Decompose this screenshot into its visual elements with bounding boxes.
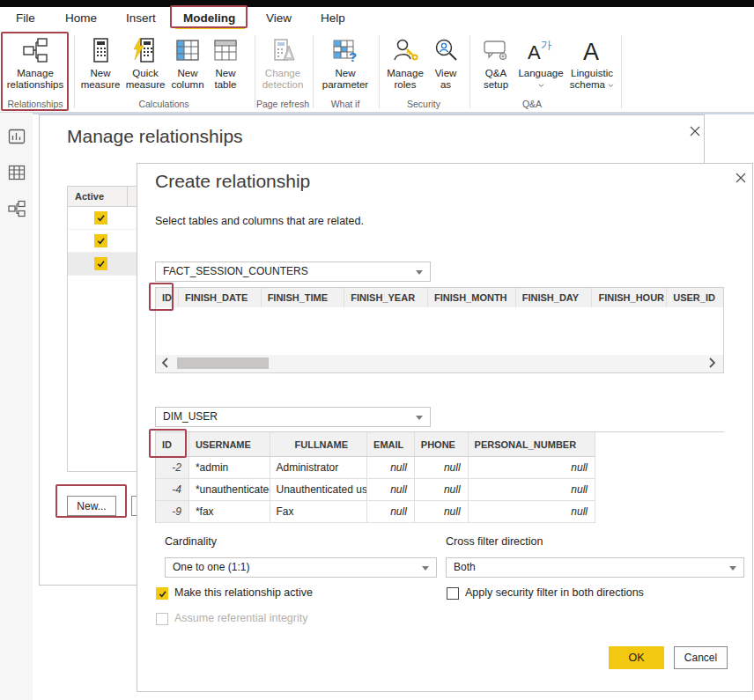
create-relationship-dialog: Create relationship Select tables and co… bbox=[137, 163, 753, 692]
column-header[interactable]: ID bbox=[156, 432, 189, 456]
report-view-icon[interactable] bbox=[8, 128, 26, 145]
scroll-left-icon[interactable] bbox=[159, 357, 174, 371]
new-relationship-button[interactable]: New... bbox=[67, 496, 116, 516]
check-icon bbox=[158, 589, 167, 599]
data-view-icon[interactable] bbox=[8, 164, 26, 181]
scrollbar-thumb[interactable] bbox=[177, 357, 269, 369]
svg-text:A: A bbox=[583, 39, 599, 63]
new-measure-button[interactable]: New measure bbox=[78, 35, 123, 91]
manage-relationships-title: Manage relationships bbox=[67, 126, 243, 147]
table-row[interactable]: -9 *fax Fax null null null bbox=[156, 501, 595, 523]
language-button[interactable]: A 가 Language bbox=[518, 35, 564, 91]
group-label-qa: Q&A bbox=[472, 99, 592, 109]
svg-text:가: 가 bbox=[541, 39, 551, 51]
cardinality-dropdown[interactable]: One to one (1:1) bbox=[165, 557, 437, 578]
check-icon bbox=[96, 213, 106, 223]
new-table-button[interactable]: New table bbox=[207, 35, 244, 91]
calculator-icon bbox=[78, 35, 123, 65]
new-column-button[interactable]: New column bbox=[168, 35, 207, 91]
create-relationship-title: Create relationship bbox=[155, 171, 310, 192]
parameter-icon: ? bbox=[319, 35, 372, 65]
view-switcher-sidebar bbox=[0, 113, 33, 700]
table2-selector[interactable]: DIM_USER bbox=[155, 407, 431, 427]
column-header[interactable]: PHONE bbox=[415, 432, 469, 456]
person-key-icon bbox=[382, 35, 428, 65]
cross-filter-dropdown[interactable]: Both bbox=[446, 557, 744, 578]
cardinality-label: Cardinality bbox=[165, 535, 217, 548]
column-header[interactable]: USER_ID bbox=[667, 288, 723, 307]
manage-roles-button[interactable]: Manage roles bbox=[382, 35, 428, 91]
active-column-header: Active bbox=[68, 187, 128, 206]
table-icon bbox=[207, 35, 244, 65]
ok-button[interactable]: OK bbox=[609, 646, 664, 669]
magnifier-person-icon bbox=[428, 35, 463, 65]
make-active-label: Make this relationship active bbox=[174, 586, 313, 599]
fact-table-header-row: ID FINISH_DATE FINISH_TIME FINISH_YEAR F… bbox=[156, 288, 723, 307]
table-row[interactable]: -4 *unauthenticated Unauthenticated user… bbox=[156, 479, 595, 501]
security-filter-checkbox[interactable] bbox=[447, 587, 459, 600]
linguistic-schema-button[interactable]: A Linguistic schema bbox=[566, 35, 618, 91]
group-label-relationships: Relationships bbox=[2, 99, 69, 109]
column-header[interactable]: FINISH_YEAR bbox=[344, 288, 428, 307]
language-icon: A 가 bbox=[518, 35, 564, 65]
close-icon[interactable] bbox=[688, 124, 702, 138]
speech-bubble-gear-icon bbox=[476, 35, 516, 65]
qa-setup-button[interactable]: Q&A setup bbox=[476, 35, 516, 91]
lightning-calculator-icon bbox=[122, 35, 168, 65]
scroll-right-icon[interactable] bbox=[706, 357, 720, 371]
check-icon bbox=[96, 236, 106, 246]
menu-file[interactable]: File bbox=[16, 7, 35, 29]
menu-insert[interactable]: Insert bbox=[126, 7, 156, 29]
make-active-checkbox[interactable] bbox=[156, 587, 168, 600]
chevron-down-icon bbox=[538, 84, 544, 87]
menu-home[interactable]: Home bbox=[65, 7, 97, 29]
menu-view[interactable]: View bbox=[266, 7, 292, 29]
ribbon: Manage relationships New measure bbox=[0, 29, 754, 113]
cancel-button[interactable]: Cancel bbox=[674, 646, 728, 669]
chevron-down-icon bbox=[608, 84, 614, 87]
referential-integrity-checkbox bbox=[156, 613, 168, 625]
active-checkbox[interactable] bbox=[94, 211, 107, 225]
dim-table-header-row: ID USERNAME FULLNAME EMAIL PHONE PERSONA… bbox=[156, 432, 595, 457]
change-detection-button: Change detection bbox=[256, 35, 309, 91]
close-icon[interactable] bbox=[734, 171, 748, 185]
referential-integrity-label: Assume referential integrity bbox=[174, 612, 307, 624]
security-filter-label: Apply security filter in both directions bbox=[465, 586, 644, 599]
horizontal-scrollbar[interactable] bbox=[156, 355, 723, 372]
quick-measure-button[interactable]: Quick measure bbox=[122, 35, 168, 91]
active-checkbox[interactable] bbox=[94, 234, 107, 247]
svg-text:?: ? bbox=[349, 49, 357, 63]
column-header[interactable]: FINISH_DAY bbox=[516, 288, 593, 307]
table-row[interactable]: -2 *admin Administrator null null null bbox=[156, 457, 595, 479]
svg-text:A: A bbox=[528, 41, 541, 63]
change-detection-icon bbox=[256, 35, 309, 65]
manage-relationships-icon bbox=[4, 35, 67, 65]
group-label-page-refresh: Page refresh bbox=[255, 99, 311, 109]
dropdown-arrow-icon bbox=[729, 566, 736, 571]
column-header[interactable]: FINISH_HOUR bbox=[592, 288, 667, 307]
column-header[interactable]: FINISH_DATE bbox=[179, 288, 262, 307]
model-view-icon[interactable] bbox=[8, 200, 26, 217]
dropdown-arrow-icon bbox=[416, 270, 423, 275]
menu-bar: File Home Insert Modeling View Help bbox=[0, 7, 754, 29]
column-header[interactable]: FINISH_MONTH bbox=[428, 288, 516, 307]
column-header[interactable]: USERNAME bbox=[189, 432, 270, 456]
table1-selector[interactable]: FACT_SESSION_COUNTERS bbox=[155, 262, 431, 282]
new-parameter-button[interactable]: ? New parameter bbox=[319, 35, 372, 91]
column-header[interactable]: FINISH_TIME bbox=[262, 288, 345, 307]
menu-help[interactable]: Help bbox=[321, 7, 345, 29]
modeling-active-underline bbox=[175, 26, 245, 29]
fact-table-empty-body bbox=[156, 307, 723, 355]
column-header[interactable]: ID bbox=[156, 288, 179, 307]
view-as-button[interactable]: View as bbox=[428, 35, 463, 91]
column-header[interactable]: PERSONAL_NUMBER bbox=[469, 432, 595, 456]
column-header[interactable]: FULLNAME bbox=[270, 432, 368, 456]
group-label-calculations: Calculations bbox=[76, 99, 252, 109]
group-label-security: Security bbox=[381, 99, 467, 109]
check-icon bbox=[96, 259, 106, 269]
active-checkbox[interactable] bbox=[94, 257, 107, 270]
manage-relationships-button[interactable]: Manage relationships bbox=[4, 35, 67, 91]
table-column-icon bbox=[168, 35, 207, 65]
window-titlebar bbox=[0, 0, 754, 7]
column-header[interactable]: EMAIL bbox=[367, 432, 415, 456]
